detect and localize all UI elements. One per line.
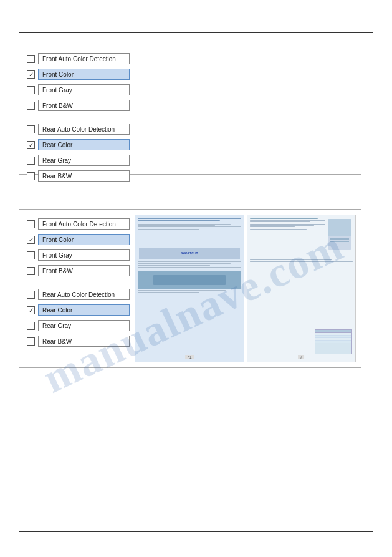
label-rear-color-top: Rear Color <box>38 139 130 150</box>
label-front-auto-bottom: Front Auto Color Detection <box>38 218 130 230</box>
checkbox-rear-auto-bottom[interactable] <box>27 291 35 299</box>
checkbox-front-auto-top[interactable] <box>27 55 35 63</box>
checkbox-rear-color-bottom[interactable] <box>27 306 35 314</box>
checkbox-front-bw-top[interactable] <box>27 102 35 110</box>
list-item[interactable]: Rear Auto Color Detection <box>27 122 130 136</box>
list-item[interactable]: Rear Auto Color Detection <box>27 288 130 301</box>
label-rear-bw-top: Rear B&W <box>38 170 130 182</box>
left-page-number: 71 <box>185 355 194 359</box>
label-front-gray-top: Front Gray <box>38 84 130 95</box>
shortcut-label: SHORTCUT <box>139 248 240 259</box>
rear-group-bottom: Rear Auto Color Detection Rear Color Rea… <box>27 288 130 348</box>
checkbox-rear-bw-top[interactable] <box>27 172 35 180</box>
panel-bottom: Front Auto Color Detection Front Color F… <box>19 209 361 368</box>
page-container: Front Auto Color Detection Front Color F… <box>0 0 392 557</box>
label-front-color-top: Front Color <box>38 69 130 80</box>
rear-group-top: Rear Auto Color Detection Rear Color Rea… <box>27 122 130 183</box>
list-item[interactable]: Front B&W <box>27 99 130 112</box>
label-rear-color-bottom: Rear Color <box>38 304 130 316</box>
list-item[interactable]: Front Gray <box>27 83 130 97</box>
list-item[interactable]: Front Auto Color Detection <box>27 217 130 231</box>
list-item[interactable]: Rear B&W <box>27 169 130 183</box>
right-page-number: 7 <box>298 355 304 359</box>
label-front-auto-top: Front Auto Color Detection <box>38 53 130 64</box>
label-front-color-bottom: Front Color <box>38 234 130 245</box>
preview-area: SHORTCUT 71 <box>135 215 356 362</box>
label-rear-auto-bottom: Rear Auto Color Detection <box>38 289 130 300</box>
checkbox-rear-auto-top[interactable] <box>27 125 35 133</box>
list-item[interactable]: Rear B&W <box>27 334 130 348</box>
checkbox-rear-color-top[interactable] <box>27 141 35 149</box>
checkbox-front-color-top[interactable] <box>27 70 35 79</box>
label-front-bw-top: Front B&W <box>38 100 130 111</box>
checkbox-front-bw-bottom[interactable] <box>27 267 35 275</box>
checkbox-list-top: Front Auto Color Detection Front Color F… <box>27 52 130 193</box>
list-item[interactable]: Rear Gray <box>27 319 130 332</box>
checkbox-list-bottom: Front Auto Color Detection Front Color F… <box>27 217 130 358</box>
preview-page-right: 7 <box>247 215 356 362</box>
preview-page-left: SHORTCUT 71 <box>135 215 244 362</box>
label-rear-auto-top: Rear Auto Color Detection <box>38 124 130 135</box>
label-rear-gray-top: Rear Gray <box>38 155 130 166</box>
front-group-bottom: Front Auto Color Detection Front Color F… <box>27 217 130 278</box>
label-rear-bw-bottom: Rear B&W <box>38 336 130 347</box>
panel-top: Front Auto Color Detection Front Color F… <box>19 44 361 175</box>
list-item[interactable]: Front Color <box>27 233 130 246</box>
list-item[interactable]: Rear Color <box>27 138 130 152</box>
list-item[interactable]: Front Auto Color Detection <box>27 52 130 65</box>
checkbox-rear-gray-top[interactable] <box>27 157 35 165</box>
list-item[interactable]: Rear Gray <box>27 153 130 167</box>
checkbox-front-auto-bottom[interactable] <box>27 220 35 228</box>
list-item[interactable]: Rear Color <box>27 303 130 317</box>
shortcut-text: SHORTCUT <box>181 251 198 255</box>
label-front-bw-bottom: Front B&W <box>38 265 130 276</box>
bottom-rule <box>19 531 373 532</box>
preview-figure <box>328 219 351 250</box>
top-rule <box>19 32 373 33</box>
list-item[interactable]: Front Color <box>27 67 130 81</box>
checkbox-front-gray-top[interactable] <box>27 86 35 94</box>
label-rear-gray-bottom: Rear Gray <box>38 320 130 331</box>
list-item[interactable]: Front Gray <box>27 248 130 262</box>
list-item[interactable]: Front B&W <box>27 264 130 278</box>
preview-table <box>315 329 352 354</box>
checkbox-rear-gray-bottom[interactable] <box>27 322 35 330</box>
checkbox-front-gray-bottom[interactable] <box>27 251 35 259</box>
front-group-top: Front Auto Color Detection Front Color F… <box>27 52 130 112</box>
preview-content-box <box>138 271 241 289</box>
checkbox-rear-bw-bottom[interactable] <box>27 337 35 346</box>
checkbox-front-color-bottom[interactable] <box>27 236 35 244</box>
label-front-gray-bottom: Front Gray <box>38 249 130 261</box>
